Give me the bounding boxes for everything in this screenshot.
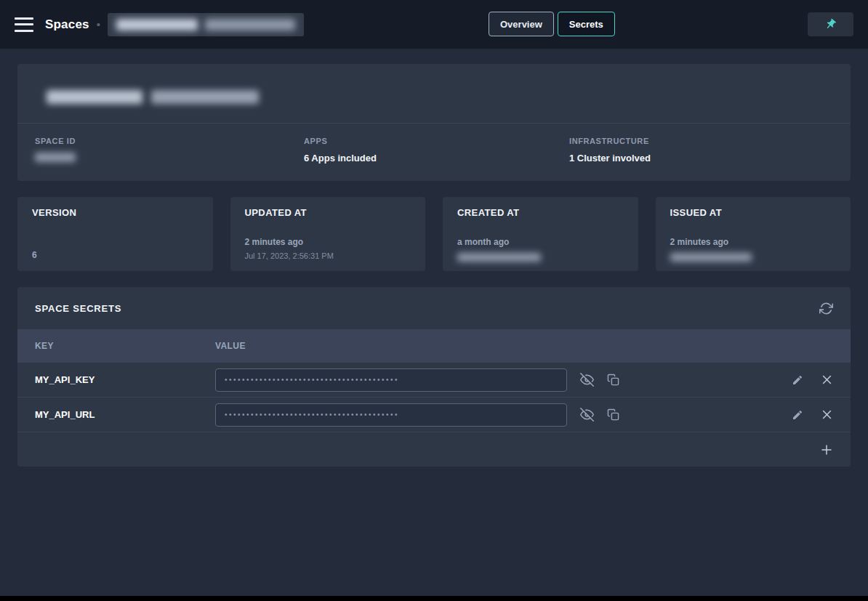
field-space-id: SPACE ID — [35, 137, 304, 164]
refresh-icon — [819, 302, 833, 315]
stat-label: ISSUED AT — [670, 207, 837, 218]
redacted-space-id-value — [35, 153, 76, 162]
page-title: Spaces — [45, 17, 89, 32]
field-label: INFRASTRUCTURE — [569, 137, 833, 145]
toggle-visibility-button[interactable] — [580, 408, 594, 421]
tab-secrets[interactable]: Secrets — [558, 12, 615, 36]
space-summary-card: SPACE ID APPS 6 Apps included INFRASTRUC… — [17, 64, 851, 181]
copy-button[interactable] — [607, 408, 619, 421]
copy-button[interactable] — [607, 374, 619, 386]
copy-icon — [607, 408, 619, 421]
field-value: 6 Apps included — [304, 153, 569, 164]
refresh-button[interactable] — [819, 302, 833, 315]
stat-value: 2 minutes ago — [670, 237, 837, 247]
divider — [17, 123, 851, 124]
field-value: 1 Cluster involved — [569, 153, 833, 164]
pencil-icon — [792, 409, 803, 421]
stat-value: 6 — [32, 250, 198, 260]
field-label: SPACE ID — [35, 137, 304, 145]
stat-value: 2 minutes ago — [245, 237, 411, 247]
secret-key: MY_API_URL — [35, 409, 215, 420]
close-icon — [821, 408, 833, 421]
space-secrets-section: SPACE SECRETS KEY VALUE MY_API_KEY •••••… — [17, 287, 851, 467]
stat-label: VERSION — [32, 207, 198, 218]
stat-cards-row: VERSION 6 UPDATED AT 2 minutes ago Jul 1… — [17, 197, 851, 271]
redacted-space-title — [47, 90, 833, 104]
redacted-text-block — [151, 90, 259, 104]
bottom-bar — [0, 596, 868, 601]
eye-off-icon — [580, 408, 594, 421]
stat-card-updated-at: UPDATED AT 2 minutes ago Jul 17, 2023, 2… — [230, 197, 426, 271]
hamburger-menu-icon[interactable] — [15, 17, 33, 32]
stat-timestamp: Jul 17, 2023, 2:56:31 PM — [245, 251, 411, 260]
stat-card-version: VERSION 6 — [17, 197, 213, 271]
secret-row: MY_API_KEY •••••••••••••••••••••••••••••… — [17, 363, 851, 398]
secret-value-input[interactable]: •••••••••••••••••••••••••••••••••••••••• — [215, 403, 567, 427]
stat-card-issued-at: ISSUED AT 2 minutes ago — [656, 197, 851, 271]
close-icon — [821, 374, 833, 386]
add-secret-row — [17, 432, 851, 467]
stat-label: UPDATED AT — [245, 207, 411, 218]
copy-icon — [607, 374, 619, 386]
secret-key: MY_API_KEY — [35, 374, 215, 385]
secrets-title: SPACE SECRETS — [35, 303, 121, 314]
redacted-text-block — [116, 19, 198, 31]
pin-button[interactable] — [808, 12, 853, 36]
secrets-table-header: KEY VALUE — [17, 329, 851, 363]
stat-label: CREATED AT — [457, 207, 624, 218]
plus-icon — [820, 443, 833, 456]
view-tabs: Overview Secrets — [489, 12, 615, 36]
redacted-space-name — [108, 13, 304, 36]
secret-row: MY_API_URL •••••••••••••••••••••••••••••… — [17, 398, 851, 432]
stat-value: a month ago — [457, 237, 624, 247]
secrets-header: SPACE SECRETS — [17, 287, 851, 329]
pencil-icon — [792, 374, 803, 386]
redacted-text-block — [205, 19, 295, 31]
summary-fields: SPACE ID APPS 6 Apps included INFRASTRUC… — [35, 137, 833, 164]
pin-icon — [822, 16, 840, 33]
redacted-timestamp — [457, 253, 541, 262]
delete-secret-button[interactable] — [821, 408, 833, 421]
eye-off-icon — [580, 373, 594, 387]
toggle-visibility-button[interactable] — [580, 373, 594, 387]
tab-overview[interactable]: Overview — [489, 12, 554, 36]
column-header-value: VALUE — [215, 341, 246, 351]
add-secret-button[interactable] — [820, 443, 833, 456]
redacted-text-block — [47, 90, 142, 104]
secret-value-input[interactable]: •••••••••••••••••••••••••••••••••••••••• — [215, 368, 567, 392]
edit-secret-button[interactable] — [792, 409, 803, 421]
field-label: APPS — [304, 137, 569, 145]
field-infrastructure: INFRASTRUCTURE 1 Cluster involved — [569, 137, 833, 164]
separator-dot-icon: • — [97, 18, 100, 31]
stat-card-created-at: CREATED AT a month ago — [443, 197, 638, 271]
main-content: SPACE ID APPS 6 Apps included INFRASTRUC… — [0, 49, 868, 482]
top-bar: Spaces • Overview Secrets — [0, 0, 868, 49]
delete-secret-button[interactable] — [821, 374, 833, 386]
column-header-key: KEY — [17, 341, 215, 351]
edit-secret-button[interactable] — [792, 374, 803, 386]
redacted-timestamp — [670, 253, 752, 262]
field-apps: APPS 6 Apps included — [304, 137, 569, 164]
